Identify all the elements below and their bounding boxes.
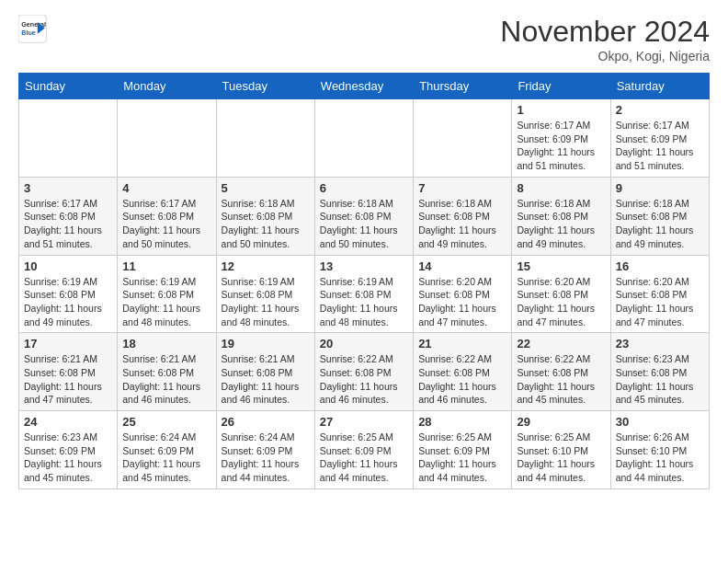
day-info: Sunrise: 6:20 AMSunset: 6:08 PMDaylight:… <box>418 275 506 329</box>
day-number: 16 <box>616 259 704 273</box>
calendar-cell: 1Sunrise: 6:17 AMSunset: 6:09 PMDaylight… <box>512 99 610 178</box>
calendar-cell: 17Sunrise: 6:21 AMSunset: 6:08 PMDayligh… <box>19 333 118 411</box>
day-number: 3 <box>24 181 112 195</box>
day-info: Sunrise: 6:18 AMSunset: 6:08 PMDaylight:… <box>320 197 408 251</box>
calendar-cell: 10Sunrise: 6:19 AMSunset: 6:08 PMDayligh… <box>19 255 118 333</box>
calendar-cell: 3Sunrise: 6:17 AMSunset: 6:08 PMDaylight… <box>19 177 118 255</box>
calendar-cell: 5Sunrise: 6:18 AMSunset: 6:08 PMDaylight… <box>216 177 314 255</box>
day-info: Sunrise: 6:20 AMSunset: 6:08 PMDaylight:… <box>616 275 704 329</box>
day-number: 29 <box>517 415 605 429</box>
day-info: Sunrise: 6:18 AMSunset: 6:08 PMDaylight:… <box>222 197 310 251</box>
calendar-cell <box>216 99 314 178</box>
calendar-header-row: SundayMondayTuesdayWednesdayThursdayFrid… <box>19 74 710 99</box>
calendar-cell: 23Sunrise: 6:23 AMSunset: 6:08 PMDayligh… <box>610 333 709 411</box>
day-number: 26 <box>222 415 310 429</box>
calendar-cell: 24Sunrise: 6:23 AMSunset: 6:09 PMDayligh… <box>19 411 118 489</box>
day-info: Sunrise: 6:23 AMSunset: 6:08 PMDaylight:… <box>616 352 704 407</box>
day-number: 23 <box>616 337 704 350</box>
day-info: Sunrise: 6:18 AMSunset: 6:08 PMDaylight:… <box>616 197 704 251</box>
calendar-cell: 29Sunrise: 6:25 AMSunset: 6:10 PMDayligh… <box>512 411 610 489</box>
calendar-cell: 11Sunrise: 6:19 AMSunset: 6:08 PMDayligh… <box>118 255 216 333</box>
day-info: Sunrise: 6:23 AMSunset: 6:09 PMDaylight:… <box>24 431 112 485</box>
calendar-cell: 4Sunrise: 6:17 AMSunset: 6:08 PMDaylight… <box>118 177 216 255</box>
day-number: 13 <box>320 259 408 273</box>
location: Okpo, Kogi, Nigeria <box>500 49 710 63</box>
day-number: 19 <box>222 337 310 350</box>
day-header-sunday: Sunday <box>19 74 118 99</box>
day-info: Sunrise: 6:25 AMSunset: 6:09 PMDaylight:… <box>320 431 408 485</box>
day-number: 25 <box>122 415 210 429</box>
day-info: Sunrise: 6:22 AMSunset: 6:08 PMDaylight:… <box>517 352 605 407</box>
week-row-1: 1Sunrise: 6:17 AMSunset: 6:09 PMDaylight… <box>19 99 710 178</box>
day-number: 14 <box>418 259 506 273</box>
day-number: 12 <box>222 259 310 273</box>
day-header-thursday: Thursday <box>414 74 512 99</box>
calendar-cell: 22Sunrise: 6:22 AMSunset: 6:08 PMDayligh… <box>512 333 610 411</box>
day-number: 28 <box>418 415 506 429</box>
calendar-cell: 9Sunrise: 6:18 AMSunset: 6:08 PMDaylight… <box>610 177 709 255</box>
day-number: 7 <box>418 181 506 195</box>
day-info: Sunrise: 6:17 AMSunset: 6:09 PMDaylight:… <box>517 119 605 173</box>
calendar-cell: 28Sunrise: 6:25 AMSunset: 6:09 PMDayligh… <box>414 411 512 489</box>
calendar-cell: 13Sunrise: 6:19 AMSunset: 6:08 PMDayligh… <box>314 255 413 333</box>
day-header-monday: Monday <box>118 74 216 99</box>
day-number: 8 <box>517 181 605 195</box>
calendar-cell: 27Sunrise: 6:25 AMSunset: 6:09 PMDayligh… <box>314 411 413 489</box>
calendar-cell: 26Sunrise: 6:24 AMSunset: 6:09 PMDayligh… <box>216 411 314 489</box>
day-number: 10 <box>24 259 112 273</box>
day-number: 20 <box>320 337 408 350</box>
day-info: Sunrise: 6:19 AMSunset: 6:08 PMDaylight:… <box>24 275 112 329</box>
day-info: Sunrise: 6:24 AMSunset: 6:09 PMDaylight:… <box>122 431 210 485</box>
day-info: Sunrise: 6:21 AMSunset: 6:08 PMDaylight:… <box>24 352 112 407</box>
day-number: 22 <box>517 337 605 350</box>
day-info: Sunrise: 6:19 AMSunset: 6:08 PMDaylight:… <box>222 275 310 329</box>
calendar-cell: 7Sunrise: 6:18 AMSunset: 6:08 PMDaylight… <box>414 177 512 255</box>
logo-icon: General Blue <box>18 15 48 44</box>
day-info: Sunrise: 6:20 AMSunset: 6:08 PMDaylight:… <box>517 275 605 329</box>
week-row-3: 10Sunrise: 6:19 AMSunset: 6:08 PMDayligh… <box>19 255 710 333</box>
week-row-2: 3Sunrise: 6:17 AMSunset: 6:08 PMDaylight… <box>19 177 710 255</box>
day-info: Sunrise: 6:19 AMSunset: 6:08 PMDaylight:… <box>122 275 210 329</box>
day-info: Sunrise: 6:17 AMSunset: 6:08 PMDaylight:… <box>24 197 112 251</box>
day-info: Sunrise: 6:17 AMSunset: 6:09 PMDaylight:… <box>616 119 704 173</box>
day-number: 9 <box>616 181 704 195</box>
calendar-cell: 20Sunrise: 6:22 AMSunset: 6:08 PMDayligh… <box>314 333 413 411</box>
day-info: Sunrise: 6:24 AMSunset: 6:09 PMDaylight:… <box>222 431 310 485</box>
week-row-4: 17Sunrise: 6:21 AMSunset: 6:08 PMDayligh… <box>19 333 710 411</box>
day-number: 6 <box>320 181 408 195</box>
calendar-cell: 25Sunrise: 6:24 AMSunset: 6:09 PMDayligh… <box>118 411 216 489</box>
day-header-tuesday: Tuesday <box>216 74 314 99</box>
calendar-cell: 12Sunrise: 6:19 AMSunset: 6:08 PMDayligh… <box>216 255 314 333</box>
day-info: Sunrise: 6:18 AMSunset: 6:08 PMDaylight:… <box>517 197 605 251</box>
day-number: 5 <box>222 181 310 195</box>
day-number: 15 <box>517 259 605 273</box>
calendar-cell: 2Sunrise: 6:17 AMSunset: 6:09 PMDaylight… <box>610 99 709 178</box>
day-info: Sunrise: 6:17 AMSunset: 6:08 PMDaylight:… <box>122 197 210 251</box>
calendar-cell: 14Sunrise: 6:20 AMSunset: 6:08 PMDayligh… <box>414 255 512 333</box>
day-info: Sunrise: 6:21 AMSunset: 6:08 PMDaylight:… <box>122 352 210 407</box>
day-header-saturday: Saturday <box>610 74 709 99</box>
day-info: Sunrise: 6:19 AMSunset: 6:08 PMDaylight:… <box>320 275 408 329</box>
day-info: Sunrise: 6:22 AMSunset: 6:08 PMDaylight:… <box>418 352 506 407</box>
day-number: 21 <box>418 337 506 350</box>
title-area: November 2024 Okpo, Kogi, Nigeria <box>500 15 710 63</box>
calendar-cell <box>314 99 413 178</box>
day-info: Sunrise: 6:25 AMSunset: 6:10 PMDaylight:… <box>517 431 605 485</box>
calendar-cell: 21Sunrise: 6:22 AMSunset: 6:08 PMDayligh… <box>414 333 512 411</box>
calendar-cell: 6Sunrise: 6:18 AMSunset: 6:08 PMDaylight… <box>314 177 413 255</box>
logo-area: General Blue <box>18 15 51 44</box>
day-header-friday: Friday <box>512 74 610 99</box>
day-number: 24 <box>24 415 112 429</box>
calendar-cell: 15Sunrise: 6:20 AMSunset: 6:08 PMDayligh… <box>512 255 610 333</box>
day-info: Sunrise: 6:26 AMSunset: 6:10 PMDaylight:… <box>616 431 704 485</box>
day-number: 2 <box>616 103 704 117</box>
calendar-cell: 16Sunrise: 6:20 AMSunset: 6:08 PMDayligh… <box>610 255 709 333</box>
day-number: 27 <box>320 415 408 429</box>
day-info: Sunrise: 6:21 AMSunset: 6:08 PMDaylight:… <box>222 352 310 407</box>
calendar-cell <box>118 99 216 178</box>
day-number: 30 <box>616 415 704 429</box>
day-info: Sunrise: 6:18 AMSunset: 6:08 PMDaylight:… <box>418 197 506 251</box>
day-info: Sunrise: 6:25 AMSunset: 6:09 PMDaylight:… <box>418 431 506 485</box>
calendar-cell: 18Sunrise: 6:21 AMSunset: 6:08 PMDayligh… <box>118 333 216 411</box>
day-number: 4 <box>122 181 210 195</box>
